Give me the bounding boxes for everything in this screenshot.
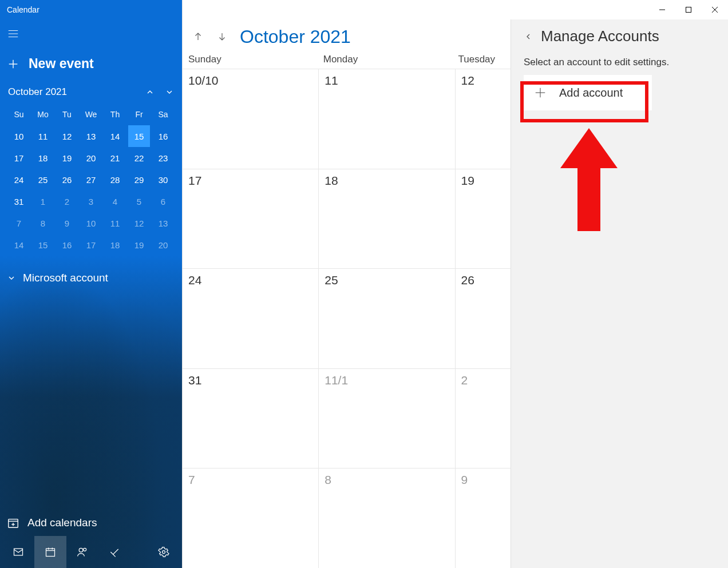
add-account-label: Add account [559, 86, 623, 100]
mini-day[interactable]: 20 [80, 147, 102, 169]
day-cell[interactable]: 18 [319, 169, 455, 269]
mini-day[interactable]: 12 [128, 212, 150, 234]
mini-day[interactable]: 30 [152, 169, 174, 190]
month-label[interactable]: October 2021 [240, 26, 351, 47]
manage-accounts-panel: Manage Accounts Select an account to edi… [511, 19, 728, 568]
close-icon [711, 6, 718, 13]
mini-day[interactable]: 18 [32, 147, 54, 169]
day-cell[interactable]: 17 [183, 169, 319, 269]
mini-day[interactable]: 9 [56, 212, 78, 234]
mini-calendar-month[interactable]: October 2021 [8, 86, 67, 98]
mini-day[interactable]: 17 [80, 234, 102, 256]
mini-day[interactable]: 14 [8, 234, 30, 256]
svg-rect-9 [14, 549, 23, 555]
mini-day[interactable]: 6 [152, 190, 174, 212]
hamburger-button[interactable] [0, 19, 182, 48]
mini-day[interactable]: 3 [80, 190, 102, 212]
mini-day[interactable]: 16 [152, 125, 174, 147]
mini-day[interactable]: 22 [128, 147, 150, 169]
mini-day[interactable]: 10 [80, 212, 102, 234]
weekday-label: Monday [323, 54, 458, 65]
mini-day[interactable]: 1 [32, 190, 54, 212]
mini-day[interactable]: 14 [104, 125, 126, 147]
minimize-button[interactable] [649, 0, 675, 19]
plus-icon [534, 86, 547, 99]
mini-day[interactable]: 28 [104, 169, 126, 190]
next-month-button[interactable] [212, 25, 232, 48]
settings-button[interactable] [148, 536, 180, 568]
mini-day[interactable]: 12 [56, 125, 78, 147]
mini-day[interactable]: 11 [32, 125, 54, 147]
annotation-arrow [560, 128, 618, 233]
add-calendars-button[interactable]: Add calendars [0, 510, 182, 536]
add-account-button[interactable]: Add account [524, 75, 652, 110]
mini-day[interactable]: 13 [152, 212, 174, 234]
calendar-add-icon [7, 517, 19, 529]
mini-dow: Fr [128, 104, 150, 125]
back-button[interactable] [524, 32, 533, 41]
todo-button[interactable] [98, 536, 130, 568]
chevron-down-icon [7, 273, 16, 283]
mini-day[interactable]: 8 [32, 212, 54, 234]
maximize-button[interactable] [675, 0, 702, 19]
mini-day[interactable]: 26 [56, 169, 78, 190]
new-event-label: New event [29, 56, 94, 72]
day-cell[interactable]: 8 [319, 468, 455, 568]
mini-day[interactable]: 27 [80, 169, 102, 190]
mini-day[interactable]: 21 [104, 147, 126, 169]
day-cell[interactable]: 11/1 [319, 368, 455, 468]
mini-day[interactable]: 2 [56, 190, 78, 212]
svg-point-15 [84, 548, 86, 551]
mini-day[interactable]: 17 [8, 147, 30, 169]
window-title: Calendar [0, 0, 182, 19]
chevron-up-icon[interactable] [145, 88, 155, 97]
mini-day[interactable]: 15 [128, 125, 150, 147]
calendar-icon [45, 546, 56, 558]
account-toggle[interactable]: Microsoft account [0, 261, 182, 295]
mini-day[interactable]: 20 [152, 234, 174, 256]
mini-dow: Su [8, 104, 30, 125]
day-cell[interactable]: 24 [183, 268, 319, 368]
mini-day[interactable]: 10 [8, 125, 30, 147]
arrow-down-icon [217, 31, 227, 42]
day-cell[interactable]: 7 [183, 468, 319, 568]
window-controls [183, 0, 728, 19]
mini-day[interactable]: 19 [128, 234, 150, 256]
menu-icon [7, 27, 19, 40]
close-button[interactable] [702, 0, 728, 19]
svg-point-16 [163, 551, 165, 554]
mini-day[interactable]: 15 [32, 234, 54, 256]
mini-day[interactable]: 29 [128, 169, 150, 190]
day-cell[interactable]: 10/10 [183, 69, 319, 169]
mini-day[interactable]: 23 [152, 147, 174, 169]
mini-day[interactable]: 13 [80, 125, 102, 147]
mini-day[interactable]: 16 [56, 234, 78, 256]
mini-day[interactable]: 31 [8, 190, 30, 212]
mail-button[interactable] [2, 536, 34, 568]
svg-rect-10 [46, 549, 55, 556]
mini-day[interactable]: 25 [32, 169, 54, 190]
day-cell[interactable]: 11 [319, 69, 455, 169]
calendar-button[interactable] [34, 536, 66, 568]
svg-point-14 [79, 548, 83, 552]
mini-day[interactable]: 11 [104, 212, 126, 234]
svg-marker-31 [560, 128, 618, 231]
chevron-down-icon[interactable] [165, 88, 174, 97]
weekday-label: Sunday [188, 54, 323, 65]
account-label: Microsoft account [23, 272, 108, 284]
mini-day[interactable]: 19 [56, 147, 78, 169]
panel-title: Manage Accounts [541, 27, 659, 45]
mini-day[interactable]: 4 [104, 190, 126, 212]
mini-day[interactable]: 18 [104, 234, 126, 256]
people-button[interactable] [66, 536, 98, 568]
day-cell[interactable]: 31 [183, 368, 319, 468]
mini-day[interactable]: 5 [128, 190, 150, 212]
mini-day[interactable]: 24 [8, 169, 30, 190]
add-calendars-label: Add calendars [27, 517, 97, 529]
prev-month-button[interactable] [188, 25, 208, 48]
gear-icon [158, 546, 169, 558]
new-event-button[interactable]: New event [0, 48, 182, 82]
day-cell[interactable]: 25 [319, 268, 455, 368]
mini-day[interactable]: 7 [8, 212, 30, 234]
minimize-icon [659, 6, 666, 13]
